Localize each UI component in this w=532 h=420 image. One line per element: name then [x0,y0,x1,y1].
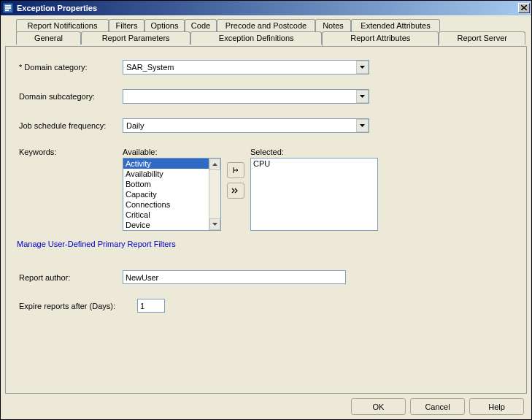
list-item[interactable]: Critical [123,210,209,220]
scroll-up-icon[interactable] [209,159,220,170]
tab-report-parameters[interactable]: Report Parameters [81,31,190,45]
list-item[interactable]: Activity [123,159,209,169]
available-listbox[interactable]: ActivityAvailabilityBottomCapacityConnec… [123,158,221,231]
tab-notes[interactable]: Notes [315,19,351,32]
scroll-track[interactable] [209,170,220,218]
report-author-label: Report author: [19,273,123,282]
cancel-button[interactable]: Cancel [410,398,465,415]
dropdown-icon[interactable] [356,61,369,74]
list-item[interactable]: Availability [123,169,209,179]
scrollbar[interactable] [209,159,220,230]
expire-label: Expire reports after (Days): [19,302,137,310]
job-schedule-label: Job schedule frequency: [19,121,123,130]
dropdown-icon[interactable] [356,90,369,103]
help-button[interactable]: Help [469,398,524,415]
window-title: Exception Properties [17,4,518,12]
domain-category-value: SAR_System [123,63,356,72]
list-item[interactable]: Bottom [123,179,209,189]
ok-button[interactable]: OK [351,398,406,415]
report-author-input[interactable] [123,270,346,284]
available-label: Available: [123,148,221,156]
list-item[interactable]: CPU [253,159,375,168]
domain-subcategory-combo[interactable] [123,89,369,104]
button-bar: OK Cancel Help [5,394,527,415]
tab-options[interactable]: Options [144,19,185,32]
tab-exception-definitions[interactable]: Exception Definitions [190,31,322,45]
selected-listbox[interactable]: CPU [250,158,378,231]
svg-rect-3 [5,9,9,11]
tab-extended-attributes[interactable]: Extended Attributes [351,19,440,32]
manage-filters-link[interactable]: Manage User-Defined Primary Report Filte… [17,240,176,248]
tab-report-attributes[interactable]: Report Attributes [322,31,439,46]
dropdown-icon[interactable] [356,119,369,132]
domain-subcategory-label: Domain subcategory: [19,92,123,101]
expire-days-input[interactable] [137,299,165,313]
dialog-window: Exception Properties Report Notification… [0,0,532,420]
scroll-down-icon[interactable] [209,218,220,230]
selected-label: Selected: [250,148,378,156]
tab-panel: * Domain category: SAR_System Domain sub… [5,46,527,394]
app-icon [2,2,14,14]
titlebar: Exception Properties [1,1,531,15]
list-item[interactable]: Capacity [123,189,209,199]
tab-report-notifications[interactable]: Report Notifications [16,19,109,32]
domain-category-combo[interactable]: SAR_System [123,60,369,75]
tab-filters[interactable]: Filters [109,19,144,32]
content-area: Report NotificationsFiltersOptionsCodePr… [1,15,531,419]
svg-rect-1 [5,5,11,7]
job-schedule-combo[interactable]: Daily [123,118,369,133]
list-item[interactable]: Device [123,220,209,230]
tab-code[interactable]: Code [185,19,217,32]
domain-category-label: * Domain category: [19,63,123,72]
svg-rect-2 [5,7,11,9]
list-item[interactable]: Connections [123,199,209,210]
move-right-button[interactable] [227,162,244,178]
tab-precode-and-postcode[interactable]: Precode and Postcode [217,19,315,32]
move-all-right-button[interactable] [227,183,244,199]
keywords-label: Keywords: [19,148,123,231]
tabs: Report NotificationsFiltersOptionsCodePr… [5,19,527,47]
close-button[interactable] [518,3,530,13]
tab-general[interactable]: General [16,31,81,45]
job-schedule-value: Daily [123,121,356,130]
tab-report-server[interactable]: Report Server [439,31,525,45]
